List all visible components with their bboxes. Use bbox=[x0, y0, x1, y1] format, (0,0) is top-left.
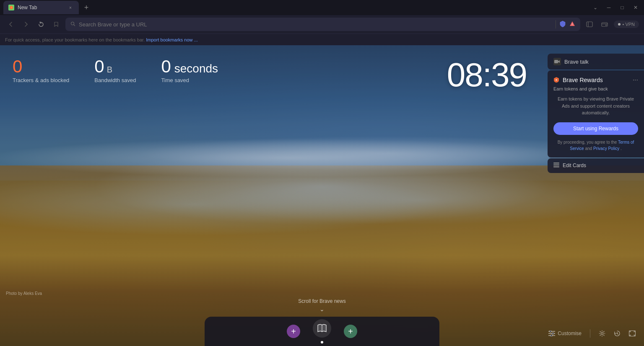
time-value: 0 seconds bbox=[161, 58, 218, 75]
svg-line-22 bbox=[617, 333, 618, 334]
svg-point-7 bbox=[605, 25, 607, 26]
svg-text:!: ! bbox=[572, 23, 573, 26]
brave-talk-icon bbox=[553, 58, 561, 65]
time-unit: seconds bbox=[174, 63, 218, 75]
tools-divider bbox=[590, 329, 590, 338]
active-tab[interactable]: New Tab × bbox=[3, 1, 79, 14]
minimize-button[interactable]: ─ bbox=[604, 3, 614, 13]
bottom-right-tools: Customise bbox=[548, 329, 636, 338]
center-book-section bbox=[313, 319, 331, 343]
close-window-button[interactable]: ✕ bbox=[631, 3, 641, 13]
svg-rect-8 bbox=[554, 60, 558, 63]
privacy-policy-link[interactable]: Privacy Policy bbox=[593, 146, 619, 151]
wallet-button[interactable] bbox=[599, 18, 610, 30]
rewards-title: Brave Rewards bbox=[563, 77, 603, 83]
edit-cards-label: Edit Cards bbox=[563, 163, 586, 168]
svg-point-17 bbox=[550, 331, 551, 332]
scroll-chevron-icon: ⌄ bbox=[319, 306, 325, 312]
bandwidth-stat: 0 B Bandwidth saved bbox=[94, 58, 136, 83]
import-bookmarks-link[interactable]: Import bookmarks now ... bbox=[146, 37, 198, 42]
tab-list-button[interactable]: ⌄ bbox=[590, 3, 600, 13]
rewards-terms: By proceeding, you agree to the Terms of… bbox=[553, 139, 638, 152]
nav-bar: ! • VPN bbox=[0, 15, 644, 34]
vpn-button[interactable]: • VPN bbox=[614, 21, 639, 28]
svg-point-18 bbox=[552, 333, 554, 334]
scroll-for-news[interactable]: Scroll for Brave news ⌄ bbox=[298, 298, 345, 312]
book-icon[interactable] bbox=[313, 319, 331, 338]
start-rewards-button[interactable]: Start using Rewards bbox=[553, 122, 638, 135]
customise-label: Customise bbox=[558, 331, 582, 336]
edit-cards-icon bbox=[553, 163, 559, 169]
vpn-status-dot bbox=[618, 23, 621, 26]
left-add-button[interactable]: + bbox=[287, 325, 300, 338]
tab-close-button[interactable]: × bbox=[67, 4, 74, 11]
svg-rect-11 bbox=[553, 164, 559, 165]
bottom-toolbar: + + bbox=[205, 317, 439, 346]
vpn-label: • VPN bbox=[622, 22, 635, 27]
stats-overlay: 0 Trackers & ads blocked 0 B Bandwidth s… bbox=[13, 58, 218, 83]
history-button[interactable] bbox=[614, 330, 621, 337]
new-tab-button[interactable]: + bbox=[80, 2, 92, 13]
address-input[interactable] bbox=[79, 21, 552, 28]
fullscreen-button[interactable] bbox=[629, 331, 636, 336]
svg-rect-4 bbox=[587, 22, 592, 27]
sidebar-button[interactable] bbox=[584, 18, 595, 30]
right-panel: Brave talk B Brave Rewards ··· Earn toke… bbox=[548, 54, 644, 173]
scroll-news-text: Scroll for Brave news bbox=[298, 298, 345, 304]
rewards-menu-button[interactable]: ··· bbox=[633, 76, 638, 84]
refresh-button[interactable] bbox=[35, 18, 47, 30]
address-divider bbox=[556, 20, 556, 28]
clock-display: 08:39 bbox=[447, 56, 527, 94]
trackers-stat: 0 Trackers & ads blocked bbox=[13, 58, 69, 83]
svg-point-20 bbox=[601, 333, 603, 335]
customise-button[interactable]: Customise bbox=[548, 331, 582, 336]
brave-rewards-card: B Brave Rewards ··· Earn tokens and give… bbox=[548, 70, 644, 158]
forward-button[interactable] bbox=[20, 18, 32, 30]
nav-right-controls: • VPN bbox=[584, 18, 639, 30]
bookmark-button[interactable] bbox=[50, 18, 62, 30]
svg-point-19 bbox=[551, 335, 552, 336]
time-label: Time saved bbox=[161, 77, 189, 83]
brave-talk-card[interactable]: Brave talk bbox=[548, 54, 644, 70]
rewards-title-row: B Brave Rewards bbox=[553, 77, 603, 84]
brave-talk-label: Brave talk bbox=[564, 59, 589, 65]
rewards-subtitle: Earn tokens and give back bbox=[553, 86, 638, 91]
bandwidth-value: 0 B bbox=[94, 58, 112, 75]
trackers-value: 0 bbox=[13, 58, 22, 75]
brave-alert-icon[interactable]: ! bbox=[569, 21, 575, 28]
bookmarks-message: For quick access, place your bookmarks h… bbox=[5, 37, 145, 42]
trackers-label: Trackers & ads blocked bbox=[13, 77, 69, 83]
right-add-button[interactable]: + bbox=[344, 325, 357, 338]
time-stat: 0 seconds Time saved bbox=[161, 58, 218, 83]
tab-title: New Tab bbox=[18, 5, 64, 10]
search-icon bbox=[70, 21, 75, 28]
svg-rect-6 bbox=[602, 23, 608, 26]
photo-credit: Photo by Aleks Eva bbox=[6, 291, 42, 296]
back-button[interactable] bbox=[5, 18, 17, 30]
svg-text:B: B bbox=[556, 79, 557, 81]
tab-favicon bbox=[8, 5, 14, 10]
rewards-header: B Brave Rewards ··· bbox=[553, 76, 638, 84]
bookmarks-bar: For quick access, place your bookmarks h… bbox=[0, 34, 644, 45]
maximize-button[interactable]: □ bbox=[617, 3, 627, 13]
address-bar[interactable]: ! bbox=[65, 18, 580, 31]
svg-rect-12 bbox=[553, 166, 559, 168]
bandwidth-unit: B bbox=[107, 65, 112, 74]
svg-line-2 bbox=[74, 24, 75, 26]
brave-shield-icon[interactable] bbox=[559, 21, 566, 28]
tab-bar: New Tab × + ⌄ ─ □ ✕ bbox=[0, 0, 644, 15]
tab-bar-right-controls: ⌄ ─ □ ✕ bbox=[590, 3, 641, 13]
rewards-icon: B bbox=[553, 77, 559, 84]
svg-rect-10 bbox=[553, 163, 559, 164]
settings-button[interactable] bbox=[599, 330, 605, 337]
center-dot bbox=[321, 341, 323, 343]
edit-cards-button[interactable]: Edit Cards bbox=[548, 158, 644, 173]
bandwidth-label: Bandwidth saved bbox=[94, 77, 136, 83]
browser-chrome: New Tab × + ⌄ ─ □ ✕ bbox=[0, 0, 644, 45]
main-content: 0 Trackers & ads blocked 0 B Bandwidth s… bbox=[0, 45, 644, 346]
rewards-description: Earn tokens by viewing Brave Private Ads… bbox=[553, 96, 638, 116]
